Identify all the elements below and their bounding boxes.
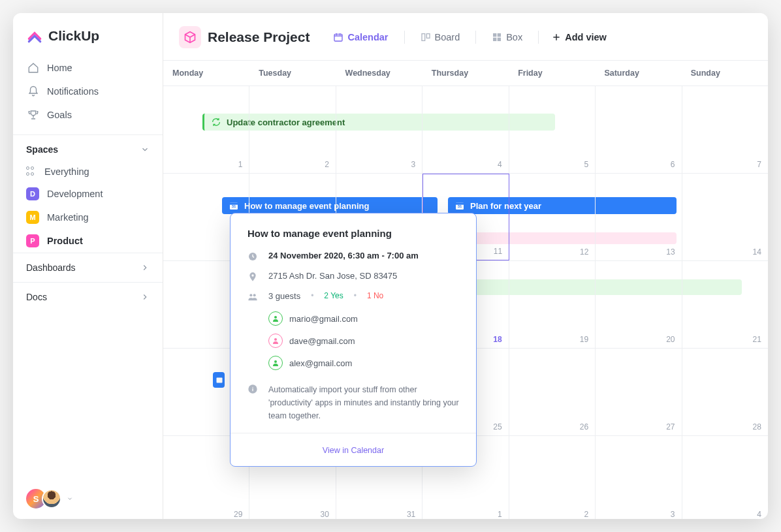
tab-box[interactable]: Box (485, 28, 529, 46)
svg-rect-5 (493, 38, 496, 41)
day-header: Tuesday (249, 61, 336, 86)
svg-rect-0 (334, 34, 342, 41)
day-header: Sunday (682, 61, 768, 86)
day-cell[interactable]: 13 (596, 174, 682, 260)
divider (475, 31, 476, 44)
day-number: 25 (493, 422, 502, 431)
day-cell[interactable]: 2 (509, 436, 596, 519)
calendar-icon (333, 32, 343, 42)
trophy-icon (27, 109, 39, 121)
event-popover: How to manage event planning 24 November… (230, 213, 477, 467)
app-window: ClickUp Home Notifications Goals Spaces … (13, 13, 768, 519)
svg-point-16 (249, 294, 252, 296)
chevron-down-icon (67, 494, 73, 503)
nav-label: Notifications (47, 86, 99, 97)
day-number: 12 (580, 247, 588, 257)
clickup-logo-icon (26, 27, 43, 44)
day-cell[interactable]: 21 (682, 261, 768, 348)
svg-point-18 (274, 316, 277, 319)
user-avatar (42, 489, 61, 509)
popover-title: How to manage event planning (247, 228, 459, 239)
day-number: 3 (411, 160, 416, 169)
day-number: 1 (238, 160, 243, 169)
guests-no: 1 No (367, 291, 383, 300)
nav-dashboards[interactable]: Dashboards (13, 253, 163, 282)
popover-address: 2715 Ash Dr. San Jose, SD 83475 (268, 271, 397, 281)
day-header: Wednesday (336, 61, 422, 86)
divider (538, 31, 539, 44)
tab-label: Calendar (347, 32, 388, 42)
box-icon (492, 32, 502, 42)
space-everything[interactable]: Everything (13, 161, 163, 182)
spaces-header[interactable]: Spaces (13, 134, 163, 161)
day-cell[interactable]: 12 (509, 174, 596, 260)
popover-datetime: 24 November 2020, 6:30 am - 7:00 am (268, 251, 419, 260)
day-number: 19 (580, 335, 588, 344)
nav-home[interactable]: Home (18, 56, 157, 80)
day-header: Saturday (595, 61, 681, 86)
add-view-button[interactable]: Add view (552, 32, 607, 42)
day-cell[interactable]: 26 (509, 349, 596, 435)
day-cell[interactable]: 3 (596, 436, 682, 519)
chevron-down-icon (140, 145, 150, 154)
day-number: 21 (753, 335, 761, 344)
popover-description-row: Automatically import your stuff from oth… (247, 383, 459, 422)
day-number: 20 (666, 335, 675, 344)
nav-notifications[interactable]: Notifications (18, 80, 157, 103)
day-cell[interactable]: 6 (596, 86, 682, 173)
tab-calendar[interactable]: Calendar (327, 28, 394, 46)
view-in-calendar-link[interactable]: View in Calendar (323, 446, 384, 455)
day-cell[interactable]: 5 (509, 86, 596, 173)
brand-logo[interactable]: ClickUp (13, 13, 163, 56)
day-number: 18 (493, 335, 502, 344)
svg-rect-1 (422, 34, 425, 41)
guest-email: dave@gmail.com (289, 336, 355, 346)
guest-row: dave@gmail.com (268, 330, 459, 352)
people-icon (247, 292, 258, 302)
day-cell[interactable]: 20 (596, 261, 682, 348)
day-cell[interactable]: 4 (422, 86, 509, 173)
user-menu[interactable]: S (13, 478, 163, 519)
guests-count: 3 guests (268, 291, 300, 301)
space-marketing[interactable]: M Marketing (13, 206, 163, 229)
popover-description: Automatically import your stuff from oth… (268, 383, 459, 422)
space-development[interactable]: D Development (13, 182, 163, 206)
nav-goals[interactable]: Goals (18, 103, 157, 127)
guest-row: mario@gmail.com (268, 307, 459, 330)
day-number: 5 (584, 160, 588, 169)
day-cell[interactable]: 19 (509, 261, 596, 348)
day-cell[interactable]: 14 (682, 174, 768, 260)
day-number: 28 (753, 422, 761, 431)
svg-point-20 (274, 360, 277, 363)
day-number: 30 (320, 510, 328, 519)
tab-board[interactable]: Board (414, 28, 467, 46)
svg-rect-2 (426, 34, 430, 39)
guest-row: alex@gmail.com (268, 352, 459, 374)
day-cell[interactable]: 7 (682, 86, 768, 173)
tab-label: Box (506, 32, 522, 42)
space-label: Marketing (47, 212, 89, 223)
popover-guests-row: 3 guests • 2 Yes • 1 No (247, 291, 459, 302)
nav-label: Home (47, 63, 72, 73)
bell-icon (27, 86, 39, 97)
day-cell[interactable]: 27 (596, 349, 682, 435)
day-cell[interactable]: 28 (682, 349, 768, 435)
day-cell[interactable]: 1 (163, 86, 249, 173)
nav-docs[interactable]: Docs (13, 282, 163, 311)
guest-email: alex@gmail.com (289, 358, 352, 368)
day-number: 7 (757, 160, 761, 169)
space-product[interactable]: P Product (13, 229, 163, 253)
popover-address-row: 2715 Ash Dr. San Jose, SD 83475 (247, 271, 459, 282)
day-cell[interactable]: 4 (682, 436, 768, 519)
day-number: 29 (234, 510, 242, 519)
day-cell[interactable]: 3 (336, 86, 422, 173)
project-title: Release Project (208, 29, 310, 45)
calendar-header: MondayTuesdayWednesdayThursdayFridaySatu… (163, 60, 768, 86)
board-icon (421, 32, 431, 42)
svg-rect-4 (498, 33, 501, 37)
section-label: Docs (26, 292, 47, 302)
everything-icon (26, 166, 37, 177)
day-cell[interactable]: 2 (249, 86, 336, 173)
day-header: Thursday (422, 61, 509, 86)
guest-email: mario@gmail.com (289, 314, 358, 324)
